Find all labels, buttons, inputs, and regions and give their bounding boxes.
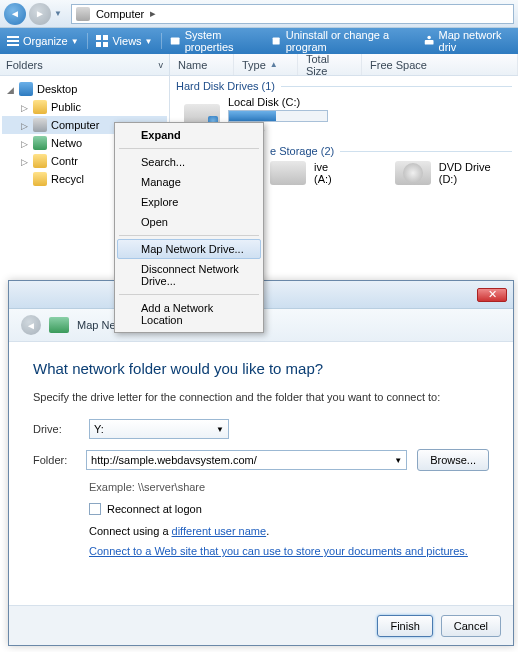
- dvd-icon: [395, 161, 431, 185]
- uninstall-icon: [270, 34, 282, 48]
- floppy-icon: [270, 161, 306, 185]
- svg-rect-9: [425, 40, 434, 44]
- back-button[interactable]: ◄: [4, 3, 26, 25]
- views-menu[interactable]: Views ▼: [95, 34, 152, 48]
- column-header: Name Type▲ Total Size Free Space: [170, 54, 518, 76]
- tree-desktop[interactable]: ◢Desktop: [2, 80, 167, 98]
- ctx-search[interactable]: Search...: [117, 152, 261, 172]
- col-type[interactable]: Type▲: [234, 54, 298, 75]
- ctx-manage[interactable]: Manage: [117, 172, 261, 192]
- command-bar: Organize ▼ Views ▼ System properties Uni…: [0, 28, 518, 54]
- website-link[interactable]: Connect to a Web site that you can use t…: [89, 545, 468, 557]
- folders-header[interactable]: Folders v: [0, 54, 169, 76]
- reconnect-row: Reconnect at logon: [89, 503, 489, 515]
- tree-public[interactable]: ▷Public: [2, 98, 167, 116]
- space-bar: [228, 110, 328, 122]
- tree-label: Desktop: [37, 83, 77, 95]
- ctx-open[interactable]: Open: [117, 212, 261, 232]
- tree-label: Public: [51, 101, 81, 113]
- drive-row: Drive: Y: ▼: [33, 419, 489, 439]
- computer-icon: [76, 7, 90, 21]
- tree-label: Computer: [51, 119, 99, 131]
- chevron-down-icon: ▼: [71, 37, 79, 46]
- dialog-subtitle: Specify the drive letter for the connect…: [33, 391, 489, 403]
- map-drive-button[interactable]: Map network driv: [423, 29, 512, 53]
- col-total[interactable]: Total Size: [298, 54, 362, 75]
- organize-icon: [6, 34, 20, 48]
- chevron-down-icon: ▼: [216, 425, 224, 434]
- folder-combo[interactable]: http://sample.webdavsystem.com/ ▼: [86, 450, 407, 470]
- drive-combo[interactable]: Y: ▼: [89, 419, 229, 439]
- svg-point-10: [428, 36, 432, 40]
- context-menu: Expand Search... Manage Explore Open Map…: [114, 122, 264, 333]
- connect-using-text: Connect using a: [89, 525, 172, 537]
- group-hdd[interactable]: Hard Disk Drives (1): [170, 76, 518, 94]
- folder-label: Folder:: [33, 454, 76, 466]
- ctx-expand[interactable]: Expand: [117, 125, 261, 145]
- drive-label: Drive:: [33, 423, 79, 435]
- map-drive-dialog: ✕ ◄ Map Network Drive What network folde…: [8, 280, 514, 646]
- reconnect-label: Reconnect at logon: [107, 503, 202, 515]
- svg-rect-5: [96, 42, 101, 47]
- cancel-button[interactable]: Cancel: [441, 615, 501, 637]
- tree-label: Recycl: [51, 173, 84, 185]
- map-drive-label: Map network driv: [439, 29, 512, 53]
- views-label: Views: [112, 35, 141, 47]
- ctx-disconnect[interactable]: Disconnect Network Drive...: [117, 259, 261, 291]
- website-link-row: Connect to a Web site that you can use t…: [89, 545, 489, 557]
- system-properties-button[interactable]: System properties: [169, 29, 262, 53]
- different-user-link[interactable]: different user name: [172, 525, 267, 537]
- views-icon: [95, 34, 109, 48]
- organize-menu[interactable]: Organize ▼: [6, 34, 79, 48]
- svg-rect-8: [273, 37, 280, 44]
- ctx-map-drive[interactable]: Map Network Drive...: [117, 239, 261, 259]
- folder-row: Folder: http://sample.webdavsystem.com/ …: [33, 449, 489, 471]
- folders-title: Folders: [6, 59, 43, 71]
- desktop-icon: [19, 82, 33, 96]
- tree-label: Netwo: [51, 137, 82, 149]
- network-drive-icon: [423, 34, 435, 48]
- sort-asc-icon: ▲: [270, 60, 278, 69]
- network-icon: [33, 136, 47, 150]
- nav-bar: ◄ ► ▼ Computer ▸: [0, 0, 518, 28]
- close-button[interactable]: ✕: [477, 288, 507, 302]
- breadcrumb-arrow-icon[interactable]: ▸: [150, 7, 156, 20]
- chevron-down-icon: ▼: [145, 37, 153, 46]
- connect-using-row: Connect using a different user name.: [89, 525, 489, 537]
- back-button[interactable]: ◄: [21, 315, 41, 335]
- computer-icon: [33, 118, 47, 132]
- address-bar[interactable]: Computer ▸: [71, 4, 514, 24]
- finish-button[interactable]: Finish: [377, 615, 432, 637]
- tree-label: Contr: [51, 155, 78, 167]
- col-free[interactable]: Free Space: [362, 54, 518, 75]
- folder-icon: [33, 100, 47, 114]
- svg-rect-4: [103, 35, 108, 40]
- nav-drop-icon[interactable]: ▼: [54, 9, 62, 18]
- browse-button[interactable]: Browse...: [417, 449, 489, 471]
- drive-label: ive (A:): [314, 161, 349, 185]
- dialog-title: What network folder would you like to ma…: [33, 360, 489, 377]
- uninstall-button[interactable]: Uninstall or change a program: [270, 29, 415, 53]
- svg-rect-6: [103, 42, 108, 47]
- ctx-explore[interactable]: Explore: [117, 192, 261, 212]
- control-panel-icon: [33, 154, 47, 168]
- properties-icon: [169, 34, 181, 48]
- svg-rect-2: [7, 44, 19, 46]
- svg-rect-7: [171, 37, 180, 44]
- col-name[interactable]: Name: [170, 54, 234, 75]
- close-icon: ✕: [488, 288, 497, 301]
- drive-label: DVD Drive (D:): [439, 161, 512, 185]
- organize-label: Organize: [23, 35, 68, 47]
- reconnect-checkbox[interactable]: [89, 503, 101, 515]
- uninstall-label: Uninstall or change a program: [286, 29, 415, 53]
- folder-value: http://sample.webdavsystem.com/: [91, 454, 257, 466]
- address-text: Computer: [96, 8, 144, 20]
- example-text: Example: \\server\share: [89, 481, 489, 493]
- forward-button[interactable]: ►: [29, 3, 51, 25]
- dialog-body: What network folder would you like to ma…: [9, 342, 513, 575]
- ctx-add-location[interactable]: Add a Network Location: [117, 298, 261, 330]
- drive-value: Y:: [94, 423, 104, 435]
- collapse-icon[interactable]: v: [159, 60, 164, 70]
- sys-props-label: System properties: [185, 29, 263, 53]
- drive-label: Local Disk (C:): [228, 96, 328, 108]
